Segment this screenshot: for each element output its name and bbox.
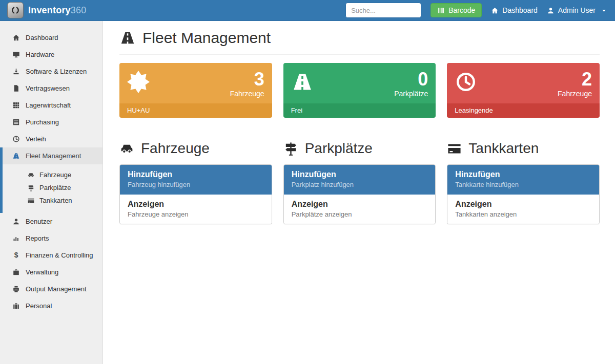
stat-value: 0 xyxy=(394,70,428,89)
fahrzeuge-panel: Hinzufügen Fahrzeug hinzufügen Anzeigen … xyxy=(119,164,272,224)
sidebar-item-hardware[interactable]: Hardware xyxy=(0,46,102,63)
user-icon xyxy=(12,218,20,225)
sidebar-item-verwaltung[interactable]: Verwaltung xyxy=(0,264,102,281)
credit-card-icon xyxy=(27,197,35,204)
tankkarten-anzeigen-item[interactable]: Anzeigen Tankkarten anzeigen xyxy=(447,195,599,224)
road-icon xyxy=(119,30,136,46)
fahrzeug-hinzufuegen-item[interactable]: Hinzufügen Fahrzeug hinzufügen xyxy=(120,165,272,195)
car-icon xyxy=(27,172,35,179)
sidebar-item-fleet-management[interactable]: Fleet Management xyxy=(3,147,102,164)
stat-footer[interactable]: HU+AU xyxy=(119,103,272,118)
sidebar: Dashboard Hardware Software & Lizenzen V… xyxy=(0,21,103,364)
barcode-button[interactable]: Barcode xyxy=(430,3,482,17)
parkplatz-hinzufuegen-item[interactable]: Hinzufügen Parkplatz hinzufügen xyxy=(284,165,436,195)
section-heading: Tankkarten xyxy=(447,140,600,157)
parkplaetze-anzeigen-item[interactable]: Anzeigen Parkplätze anzeigen xyxy=(284,195,436,224)
main-content: Fleet Management 3 Fahrzeuge HU+AU xyxy=(103,21,615,364)
clock-icon xyxy=(12,135,20,143)
road-icon xyxy=(291,71,314,93)
stat-footer[interactable]: Frei xyxy=(283,103,436,118)
sidebar-item-reports[interactable]: Reports xyxy=(0,230,102,247)
stat-label: Fahrzeuge xyxy=(558,90,592,98)
sidebar-subitem-fahrzeuge[interactable]: Fahrzeuge xyxy=(3,168,102,181)
tankkarten-panel: Hinzufügen Tankkarte hinzufügen Anzeigen… xyxy=(447,164,600,224)
document-icon xyxy=(12,84,20,92)
sidebar-item-dashboard[interactable]: Dashboard xyxy=(0,29,102,46)
fleet-submenu: Fahrzeuge Parkplätze Tankkarten xyxy=(3,164,102,213)
printer-icon xyxy=(12,285,20,293)
section-tankkarten: Tankkarten Hinzufügen Tankkarte hinzufüg… xyxy=(447,140,600,224)
title-divider xyxy=(119,54,600,55)
stat-card-huau[interactable]: 3 Fahrzeuge HU+AU xyxy=(119,63,272,118)
sidebar-item-software[interactable]: Software & Lizenzen xyxy=(0,63,102,80)
stat-label: Fahrzeuge xyxy=(230,90,264,98)
dollar-icon xyxy=(12,251,20,259)
home-icon xyxy=(491,7,499,14)
page-title: Fleet Management xyxy=(119,29,600,47)
road-icon xyxy=(12,152,20,160)
fahrzeuge-anzeigen-item[interactable]: Anzeigen Fahrzeuge anzeigen xyxy=(120,195,272,224)
sidebar-item-vertragswesen[interactable]: Vertragswesen xyxy=(0,80,102,97)
stat-value: 2 xyxy=(558,70,592,89)
suitcase-icon xyxy=(12,302,20,310)
section-parkplaetze: Parkplätze Hinzufügen Parkplatz hinzufüg… xyxy=(283,140,436,224)
sidebar-item-finanzen[interactable]: Finanzen & Controlling xyxy=(0,247,102,264)
briefcase-icon xyxy=(12,268,20,276)
nav-dashboard-link[interactable]: Dashboard xyxy=(491,6,538,14)
brand-title: Inventory360 xyxy=(28,5,86,16)
sidebar-item-verleih[interactable]: Verleih xyxy=(0,131,102,147)
desktop-icon xyxy=(12,51,20,58)
stat-footer[interactable]: Leasingende xyxy=(447,103,600,118)
barcode-icon xyxy=(437,7,445,14)
home-icon xyxy=(12,34,20,41)
section-heading: Fahrzeuge xyxy=(119,140,272,157)
grid-icon xyxy=(12,101,20,109)
sidebar-subitem-parkplaetze[interactable]: Parkplätze xyxy=(3,181,102,194)
section-heading: Parkplätze xyxy=(283,140,436,157)
app-window: Inventory360 Barcode Dashboard Admin Use… xyxy=(0,0,615,364)
tankkarte-hinzufuegen-item[interactable]: Hinzufügen Tankkarte hinzufügen xyxy=(447,165,599,195)
section-fahrzeuge: Fahrzeuge Hinzufügen Fahrzeug hinzufügen… xyxy=(119,140,272,224)
sidebar-item-lagerwirtschaft[interactable]: Lagerwirtschaft xyxy=(0,97,102,114)
sidebar-item-personal[interactable]: Personal xyxy=(0,297,102,314)
sections-row: Fahrzeuge Hinzufügen Fahrzeug hinzufügen… xyxy=(119,140,600,224)
download-icon xyxy=(12,68,20,75)
stat-card-frei[interactable]: 0 Parkplätze Frei xyxy=(283,63,436,118)
brand-suffix: 360 xyxy=(71,5,87,15)
signpost-icon xyxy=(283,141,298,156)
top-navbar: Inventory360 Barcode Dashboard Admin Use… xyxy=(0,0,615,21)
parkplaetze-panel: Hinzufügen Parkplatz hinzufügen Anzeigen… xyxy=(283,164,436,224)
user-icon xyxy=(547,7,555,14)
sidebar-item-benutzer[interactable]: Benutzer xyxy=(0,213,102,230)
clock-icon xyxy=(455,71,477,93)
stat-cards-row: 3 Fahrzeuge HU+AU 0 Parkplätze Frei xyxy=(119,63,600,118)
user-menu[interactable]: Admin User xyxy=(547,6,608,14)
sidebar-item-purchasing[interactable]: Purchasing xyxy=(0,114,102,131)
car-icon xyxy=(119,141,134,156)
signpost-icon xyxy=(27,184,35,191)
credit-card-icon xyxy=(447,141,462,156)
app-logo-icon xyxy=(7,2,24,18)
brand[interactable]: Inventory360 xyxy=(0,2,93,18)
stat-label: Parkplätze xyxy=(394,90,428,98)
sidebar-group-fleet: Fleet Management Fahrzeuge Parkplätze Ta… xyxy=(0,147,102,213)
caret-down-icon xyxy=(600,7,608,14)
search-input[interactable] xyxy=(345,3,421,18)
stat-card-leasingende[interactable]: 2 Fahrzeuge Leasingende xyxy=(447,63,600,118)
sidebar-subitem-tankkarten[interactable]: Tankkarten xyxy=(3,194,102,207)
bar-chart-icon xyxy=(12,234,20,242)
stat-value: 3 xyxy=(230,70,264,89)
certificate-icon xyxy=(127,71,150,93)
sidebar-item-output-management[interactable]: Output Management xyxy=(0,281,102,297)
list-icon xyxy=(12,118,20,126)
